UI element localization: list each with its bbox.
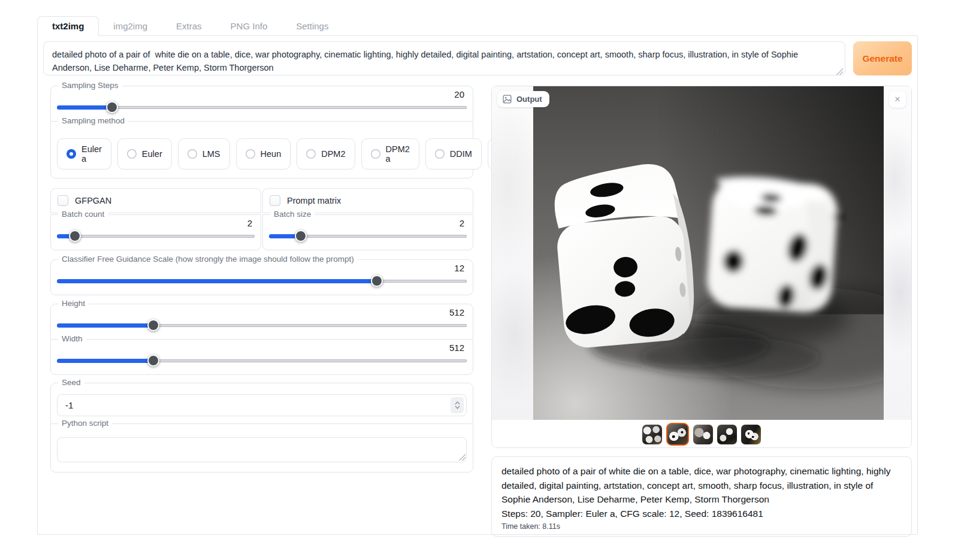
thumbnail-3[interactable] <box>693 425 713 444</box>
chevron-down-icon <box>455 405 460 409</box>
sampling-steps-value: 20 <box>454 89 464 99</box>
caption-params: Steps: 20, Sampler: Euler a, CFG scale: … <box>501 507 902 521</box>
batch-size-label: Batch size <box>270 210 315 219</box>
height-group: Height 512 <box>50 304 473 339</box>
sampling-steps-label: Sampling Steps <box>58 81 122 90</box>
output-column: Output × <box>491 86 912 537</box>
height-value: 512 <box>449 307 464 317</box>
prompt-row: detailed photo of a pair of white die on… <box>43 41 912 78</box>
python-script-group: Python script <box>50 423 473 473</box>
radio-label: LMS <box>203 149 220 159</box>
generate-button[interactable]: Generate <box>853 41 912 75</box>
thumbnail-4[interactable] <box>717 425 737 444</box>
radio-dpm2[interactable]: DPM2 <box>297 138 355 169</box>
thumbnail-1[interactable] <box>642 425 662 444</box>
radio-icon <box>306 149 316 159</box>
batch-count-label: Batch count <box>58 210 108 219</box>
radio-lms[interactable]: LMS <box>178 138 230 169</box>
chevron-up-icon <box>455 401 460 405</box>
radio-dpm2-a[interactable]: DPM2 a <box>361 138 419 169</box>
radio-euler[interactable]: Euler <box>117 138 172 169</box>
cfg-scale-group: Classifier Free Guidance Scale (how stro… <box>50 259 473 295</box>
thumbnail-strip <box>492 420 911 448</box>
close-icon: × <box>894 93 900 105</box>
tab-bar: txt2img img2img Extras PNG Info Settings <box>37 14 918 35</box>
radio-label: Heun <box>261 149 282 159</box>
sampling-method-label: Sampling method <box>58 116 128 125</box>
radio-selected-icon <box>67 149 76 159</box>
seed-spinner[interactable] <box>451 397 464 413</box>
radio-icon <box>246 149 255 159</box>
seed-group: Seed <box>50 383 473 423</box>
radio-label: Euler a <box>81 144 102 164</box>
radio-ddim[interactable]: DDIM <box>425 138 482 169</box>
radio-icon <box>435 149 445 159</box>
radio-euler-a[interactable]: Euler a <box>57 138 111 169</box>
output-badge: Output <box>497 91 549 107</box>
main-panel: detailed photo of a pair of white die on… <box>37 35 918 535</box>
width-value: 512 <box>449 343 464 353</box>
prompt-input[interactable]: detailed photo of a pair of white die on… <box>43 41 845 75</box>
radio-label: DPM2 a <box>386 144 410 164</box>
batch-size-value: 2 <box>460 218 464 228</box>
batch-count-value: 2 <box>247 218 252 228</box>
batch-count-slider[interactable] <box>57 231 255 241</box>
python-script-label: Python script <box>58 419 112 428</box>
sampling-steps-slider[interactable] <box>57 102 467 113</box>
cfg-scale-value: 12 <box>454 263 464 273</box>
width-group: Width 512 <box>50 339 473 375</box>
radio-label: Euler <box>142 149 162 159</box>
prompt-matrix-checkbox[interactable] <box>270 195 280 206</box>
radio-icon <box>188 149 197 159</box>
caption-time-taken: Time taken: 8.11s <box>501 522 902 531</box>
image-blur-left <box>492 86 533 420</box>
tab-extras[interactable]: Extras <box>162 17 216 35</box>
thumbnail-5[interactable] <box>741 425 761 444</box>
app: txt2img img2img Extras PNG Info Settings… <box>37 14 918 535</box>
seed-input[interactable] <box>57 394 467 416</box>
prompt-matrix-label: Prompt matrix <box>287 196 341 205</box>
radio-heun[interactable]: Heun <box>236 138 291 169</box>
gfpgan-label: GFPGAN <box>75 196 111 205</box>
output-label: Output <box>516 95 542 104</box>
sampling-method-options: Euler a Euler LMS Heun DPM2 DPM2 a DDIM … <box>57 138 467 169</box>
sampling-method-group: Sampling method Euler a Euler LMS Heun D… <box>50 121 473 178</box>
cfg-scale-slider[interactable] <box>57 276 467 286</box>
tab-txt2img[interactable]: txt2img <box>37 16 99 36</box>
python-script-input[interactable] <box>57 437 467 462</box>
width-slider[interactable] <box>57 355 467 366</box>
batch-size-group: Batch size 2 <box>262 214 473 250</box>
height-slider[interactable] <box>57 320 467 331</box>
image-blur-right <box>884 86 911 420</box>
output-gallery: Output × <box>491 86 912 448</box>
width-label: Width <box>58 334 86 343</box>
seed-label: Seed <box>58 378 84 387</box>
image-icon <box>503 95 512 104</box>
tab-png-info[interactable]: PNG Info <box>216 17 282 35</box>
batch-size-slider[interactable] <box>269 231 467 241</box>
tab-settings[interactable]: Settings <box>282 17 343 35</box>
thumbnail-2-selected[interactable] <box>666 423 689 446</box>
caption-prompt: detailed photo of a pair of white die on… <box>501 464 902 507</box>
cfg-scale-label: Classifier Free Guidance Scale (how stro… <box>58 255 358 264</box>
output-image-area[interactable] <box>492 86 911 420</box>
batch-count-group: Batch count 2 <box>50 214 261 250</box>
close-button[interactable]: × <box>889 91 906 108</box>
height-label: Height <box>58 299 89 308</box>
generated-image[interactable] <box>533 86 884 420</box>
radio-label: DPM2 <box>321 149 345 159</box>
settings-column: Sampling Steps 20 Sampling method Euler … <box>50 86 473 473</box>
gfpgan-checkbox[interactable] <box>58 195 68 206</box>
radio-icon <box>371 149 380 159</box>
generation-info: detailed photo of a pair of white die on… <box>491 456 912 537</box>
radio-icon <box>127 149 137 159</box>
radio-label: DDIM <box>450 149 472 159</box>
tab-img2img[interactable]: img2img <box>99 17 162 35</box>
